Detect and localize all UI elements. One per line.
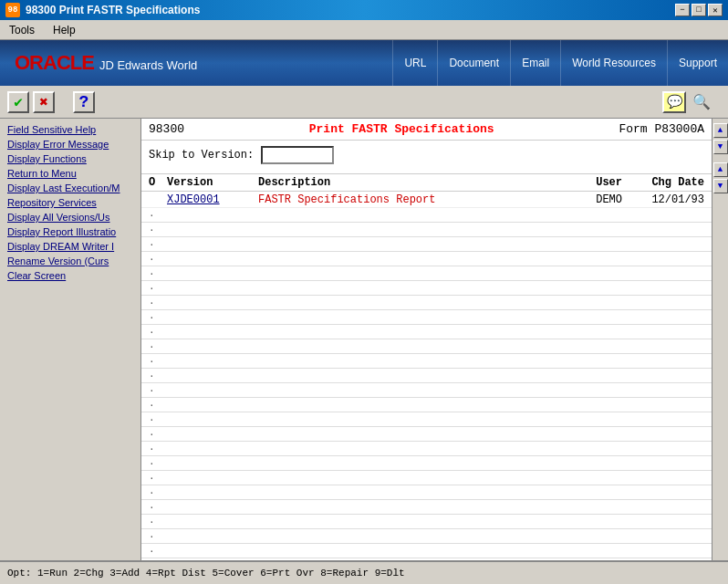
x-icon: ✖	[39, 93, 48, 111]
table-body: XJDE0001 FASTR Specifications Report DEM…	[141, 192, 712, 560]
col-header-o: O	[149, 176, 167, 189]
sidebar-item-repository-services[interactable]: Repository Services	[0, 195, 140, 210]
empty-row: ·	[141, 485, 712, 500]
form-title: Print FASTR Specifications	[203, 122, 600, 136]
check-icon: ✔	[14, 93, 23, 111]
empty-row: ·	[141, 427, 712, 442]
scroll-down-button[interactable]: ▼	[713, 140, 728, 154]
skip-to-version-input[interactable]	[261, 146, 334, 164]
row-chg-date: 12/01/93	[622, 193, 704, 206]
cancel-button[interactable]: ✖	[33, 91, 55, 113]
title-bar: 98 98300 Print FASTR Specifications − □ …	[0, 0, 728, 20]
form-number: 98300	[149, 122, 184, 136]
message-icon: 💬	[667, 94, 682, 110]
search-button[interactable]: 🔍	[690, 91, 713, 113]
empty-row: ·	[141, 369, 712, 383]
sidebar-item-display-report-illustration[interactable]: Display Report Illustratio	[0, 224, 140, 239]
main-area: Field Sensitive Help Display Error Messa…	[0, 119, 728, 560]
oracle-text: ORACLE	[15, 51, 94, 75]
menu-help[interactable]: Help	[47, 22, 81, 38]
oracle-logo: ORACLE JD Edwards World	[15, 51, 197, 75]
empty-row: ·	[141, 339, 712, 354]
sidebar: Field Sensitive Help Display Error Messa…	[0, 119, 141, 560]
status-text: Opt: 1=Run 2=Chg 3=Add 4=Rpt Dist 5=Cove…	[7, 568, 405, 579]
menu-bar: Tools Help	[0, 20, 728, 40]
title-bar-buttons: − □ ✕	[675, 4, 723, 16]
close-button[interactable]: ✕	[708, 4, 723, 16]
sidebar-item-field-sensitive-help[interactable]: Field Sensitive Help	[0, 122, 140, 137]
nav-world-resources[interactable]: World Resources	[560, 40, 667, 86]
minimize-button[interactable]: −	[675, 4, 690, 16]
nav-email[interactable]: Email	[510, 40, 560, 86]
right-scrollbar: ▲ ▼ ▲ ▼	[712, 119, 728, 560]
empty-row: ·	[141, 223, 712, 237]
scroll-up-button[interactable]: ▲	[713, 123, 728, 138]
jde-text: JD Edwards World	[99, 58, 197, 72]
empty-row: ·	[141, 383, 712, 398]
title-bar-text: 98300 Print FASTR Specifications	[26, 4, 670, 16]
status-bar: Opt: 1=Run 2=Chg 3=Add 4=Rpt Dist 5=Cove…	[0, 560, 728, 584]
empty-row: ·	[141, 558, 712, 560]
header-nav: URL Document Email World Resources Suppo…	[392, 40, 728, 86]
empty-row: ·	[141, 515, 712, 529]
empty-row: ·	[141, 544, 712, 558]
nav-document[interactable]: Document	[437, 40, 510, 86]
empty-row: ·	[141, 529, 712, 544]
form-header: 98300 Print FASTR Specifications Form P8…	[141, 119, 712, 141]
row-user: DEMO	[549, 193, 622, 206]
empty-row: ·	[141, 281, 712, 296]
toolbar: ✔ ✖ ? 💬 🔍	[0, 86, 728, 119]
empty-row: ·	[141, 456, 712, 471]
help-button[interactable]: ?	[73, 91, 95, 113]
nav-support[interactable]: Support	[667, 40, 728, 86]
empty-row: ·	[141, 398, 712, 412]
toolbar-right-icons: 💬 🔍	[662, 91, 713, 113]
col-header-description: Description	[258, 176, 549, 189]
empty-row: ·	[141, 252, 712, 266]
sidebar-item-display-error-message[interactable]: Display Error Message	[0, 137, 140, 151]
content-area: 98300 Print FASTR Specifications Form P8…	[141, 119, 712, 560]
empty-row: ·	[141, 208, 712, 223]
empty-row: ·	[141, 500, 712, 515]
empty-row: ·	[141, 237, 712, 252]
row-version: XJDE0001	[167, 193, 258, 206]
empty-row: ·	[141, 296, 712, 310]
col-header-user: User	[549, 176, 622, 189]
empty-row: ·	[141, 442, 712, 456]
sidebar-item-return-to-menu[interactable]: Return to Menu	[0, 166, 140, 181]
maximize-button[interactable]: □	[692, 4, 706, 16]
form-id: Form P83000A	[619, 122, 704, 136]
sidebar-item-clear-screen[interactable]: Clear Screen	[0, 268, 140, 283]
check-button[interactable]: ✔	[7, 91, 29, 113]
message-button[interactable]: 💬	[662, 91, 686, 113]
menu-tools[interactable]: Tools	[4, 22, 40, 38]
skip-to-version-label: Skip to Version:	[149, 149, 254, 162]
scroll-buttons: ▲ ▼ ▲ ▼	[711, 120, 729, 196]
row-description: FASTR Specifications Report	[258, 193, 549, 206]
table-header: O Version Description User Chg Date	[141, 174, 712, 192]
sidebar-item-display-dream-writer[interactable]: Display DREAM Writer I	[0, 239, 140, 254]
oracle-header: ORACLE JD Edwards World URL Document Ema…	[0, 40, 728, 86]
col-header-chg-date: Chg Date	[622, 176, 704, 189]
empty-row: ·	[141, 412, 712, 427]
question-icon: ?	[79, 93, 89, 111]
empty-row: ·	[141, 354, 712, 369]
app-icon: 98	[5, 3, 20, 17]
sidebar-item-rename-version[interactable]: Rename Version (Curs	[0, 254, 140, 268]
scroll-up2-button[interactable]: ▲	[713, 162, 728, 177]
skip-to-version-row: Skip to Version:	[149, 146, 704, 164]
sidebar-item-display-functions[interactable]: Display Functions	[0, 151, 140, 166]
search-icon: 🔍	[692, 93, 711, 111]
sidebar-item-display-all-versions[interactable]: Display All Versions/Us	[0, 210, 140, 224]
nav-url[interactable]: URL	[392, 40, 437, 86]
form-fields: Skip to Version:	[141, 141, 712, 174]
empty-row: ·	[141, 471, 712, 485]
empty-row: ·	[141, 266, 712, 281]
empty-row: ·	[141, 325, 712, 339]
sidebar-item-display-last-execution[interactable]: Display Last Execution/M	[0, 181, 140, 195]
col-header-version: Version	[167, 176, 258, 189]
scroll-down2-button[interactable]: ▼	[713, 179, 728, 193]
table-row[interactable]: XJDE0001 FASTR Specifications Report DEM…	[141, 192, 712, 208]
empty-row: ·	[141, 310, 712, 325]
